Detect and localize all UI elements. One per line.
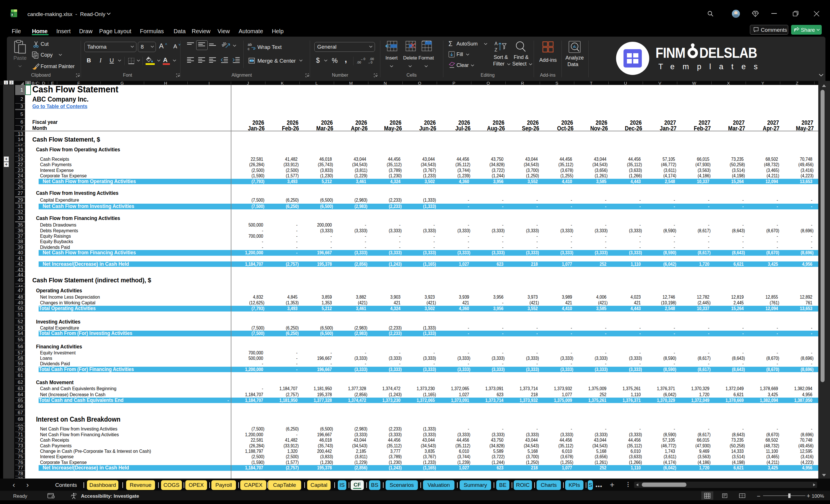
svg-text:.00: .00: [357, 61, 361, 64]
svg-text:→0: →0: [368, 61, 372, 64]
svg-text:←0: ←0: [360, 57, 365, 61]
svg-text:Z: Z: [494, 48, 498, 52]
svg-text:A: A: [494, 41, 498, 46]
svg-text:.00: .00: [370, 57, 374, 61]
svg-text:x: x: [11, 12, 13, 17]
